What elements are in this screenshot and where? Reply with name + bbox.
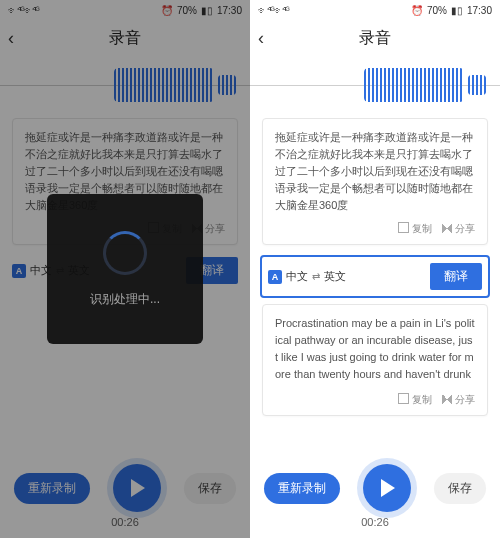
transcript-text: 拖延症或许是一种痛李政道路或许是一种不治之症就好比我本来是只打算去喝水了过了二十… <box>275 129 475 214</box>
battery-icon: ▮▯ <box>451 5 463 16</box>
loading-text: 识别处理中... <box>90 291 160 308</box>
spinner-icon <box>103 231 147 275</box>
waveform[interactable] <box>250 60 500 110</box>
nav-bar: ‹ 录音 <box>250 20 500 56</box>
clock: 17:30 <box>467 5 492 16</box>
play-button[interactable] <box>363 464 411 512</box>
lang-source[interactable]: 中文 <box>286 269 308 284</box>
translate-icon: A <box>268 270 282 284</box>
share-button[interactable]: 分享 <box>442 222 475 236</box>
copy-button[interactable]: 复制 <box>398 222 432 236</box>
translation-card-en: Procrastination may be a pain in Li's po… <box>262 304 488 416</box>
swap-icon[interactable]: ⇄ <box>312 271 320 282</box>
elapsed-time: 00:26 <box>264 516 486 528</box>
share-button[interactable]: 分享 <box>442 393 475 407</box>
loading-overlay: 识别处理中... <box>0 0 250 538</box>
signal-icon: ᯤ ⁴ᴳ ᯤ ⁴ᴳ <box>258 5 288 16</box>
page-title: 录音 <box>359 28 391 49</box>
lang-target[interactable]: 英文 <box>324 269 346 284</box>
save-button[interactable]: 保存 <box>434 473 486 504</box>
battery-pct: 70% <box>427 5 447 16</box>
transcript-card-zh: 拖延症或许是一种痛李政道路或许是一种不治之症就好比我本来是只打算去喝水了过了二十… <box>262 118 488 245</box>
translate-button[interactable]: 翻译 <box>430 263 482 290</box>
translation-text: Procrastination may be a pain in Li's po… <box>275 315 475 385</box>
rerecord-button[interactable]: 重新录制 <box>264 473 340 504</box>
alarm-icon: ⏰ <box>411 5 423 16</box>
copy-button[interactable]: 复制 <box>398 393 432 407</box>
status-bar: ᯤ ⁴ᴳ ᯤ ⁴ᴳ ⏰ 70% ▮▯ 17:30 <box>250 0 500 20</box>
language-row: A 中文 ⇄ 英文 翻译 <box>262 257 488 296</box>
back-button[interactable]: ‹ <box>258 28 264 49</box>
